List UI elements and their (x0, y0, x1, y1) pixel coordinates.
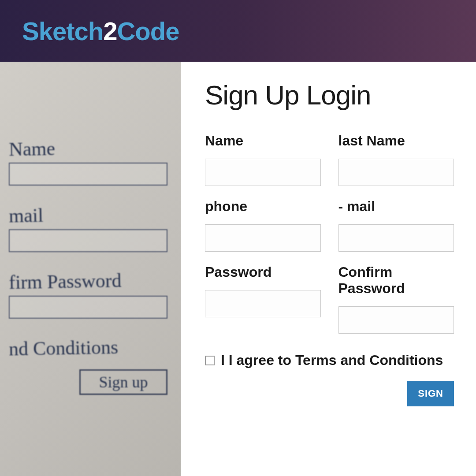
mail-input[interactable] (338, 224, 454, 252)
generated-form-panel: Sign Up Login Name last Name phone - mai… (181, 62, 476, 476)
terms-label: I I agree to Terms and Conditions (221, 352, 443, 368)
sketch-signup-button-label: Sign up (99, 373, 148, 391)
confirm-password-input[interactable] (338, 306, 454, 334)
sketch-label-confirm-password: firm Password (9, 268, 181, 294)
logo-text-sketch: Sketch (22, 17, 103, 45)
terms-row: I I agree to Terms and Conditions (205, 352, 454, 368)
field-phone: phone (205, 198, 321, 252)
password-label: Password (205, 264, 321, 280)
sketch-label-name: Name (9, 135, 181, 161)
phone-input[interactable] (205, 224, 321, 252)
field-name: Name (205, 133, 321, 186)
field-confirm-password: Confirm Password (338, 264, 454, 334)
logo-text-code: Code (117, 17, 179, 45)
password-input[interactable] (205, 290, 321, 317)
button-row: SIGN (205, 381, 454, 406)
form-title: Sign Up Login (205, 79, 454, 111)
logo-text-2: 2 (103, 17, 117, 45)
sketch-signup-button: Sign up (79, 369, 167, 395)
name-input[interactable] (205, 159, 321, 186)
field-password: Password (205, 264, 321, 334)
app-logo: Sketch2Code (22, 16, 179, 46)
lastname-label: last Name (338, 133, 454, 149)
phone-label: phone (205, 198, 321, 215)
app-header: Sketch2Code (0, 0, 476, 62)
name-label: Name (205, 133, 321, 149)
confirm-password-label: Confirm Password (338, 264, 454, 297)
sketch-photo-panel: Name mail firm Password nd Conditions Si… (0, 62, 181, 476)
sketch-input-box (9, 296, 167, 319)
main-content: Name mail firm Password nd Conditions Si… (0, 62, 476, 476)
signup-button[interactable]: SIGN (407, 381, 454, 406)
field-mail: - mail (338, 198, 454, 252)
field-lastname: last Name (338, 133, 454, 186)
sketch-label-conditions: nd Conditions (9, 335, 181, 361)
sketch-input-box (9, 163, 167, 186)
mail-label: - mail (338, 198, 454, 215)
sketch-label-mail: mail (9, 202, 181, 227)
sketch-input-box (9, 229, 167, 252)
terms-checkbox[interactable] (205, 356, 215, 365)
lastname-input[interactable] (338, 159, 454, 186)
form-grid: Name last Name phone - mail Password Con (205, 133, 454, 334)
